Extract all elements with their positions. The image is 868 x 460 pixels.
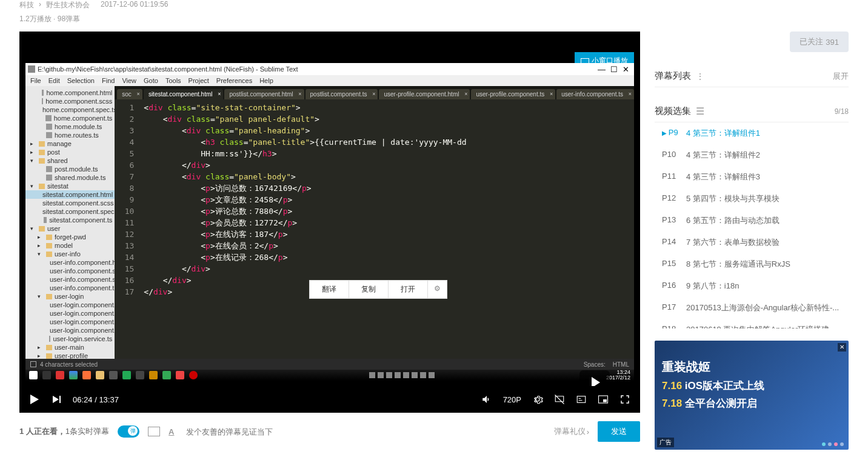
tree-file[interactable]: home.component.ts: [25, 114, 115, 122]
danmaku-switch[interactable]: [118, 425, 139, 438]
editor-tab[interactable]: user-info.component.ts×: [556, 89, 634, 99]
tree-file[interactable]: home.component.scss: [25, 97, 115, 105]
next-button[interactable]: [51, 394, 62, 405]
taskbar-app-icon[interactable]: [109, 371, 118, 379]
tree-folder[interactable]: user-profile: [25, 352, 115, 359]
editor-tab[interactable]: user-profile.component.html×: [379, 89, 470, 99]
tree-file[interactable]: user-login.component.spec.ts: [25, 318, 115, 326]
tree-file[interactable]: home.routes.ts: [25, 131, 115, 139]
tree-file[interactable]: user-info.component.spec.ts: [25, 275, 115, 284]
editor-tab[interactable]: postlist.component.ts×: [305, 89, 378, 99]
tree-file[interactable]: user-login.component.html: [25, 301, 115, 309]
fullscreen-icon[interactable]: [619, 394, 630, 405]
playlist-item[interactable]: P114 第三节：详解组件3: [655, 166, 849, 188]
tree-file[interactable]: sitestat.component.html: [25, 190, 115, 199]
menu-project[interactable]: Project: [189, 77, 209, 84]
tray-icon[interactable]: [412, 372, 418, 378]
tree-file[interactable]: user-login.service.ts: [25, 335, 115, 343]
playlist-item[interactable]: P147 第六节：表单与数据校验: [655, 232, 849, 253]
tree-folder[interactable]: model: [25, 241, 115, 250]
taskbar-app-icon[interactable]: [149, 371, 158, 379]
menu-file[interactable]: File: [30, 77, 41, 84]
advertisement[interactable]: ✕ 重装战姬 7.16 iOS版本正式上线 7.18 全平台公测开启 广告: [655, 341, 849, 450]
tree-file[interactable]: sitestat.component.spec.ts: [25, 207, 115, 216]
follow-button[interactable]: 已关注 391: [790, 32, 849, 52]
firefox-icon[interactable]: [82, 371, 91, 379]
playlist-item[interactable]: P169 第八节：i18n: [655, 275, 849, 297]
tray-icon[interactable]: [378, 372, 384, 378]
minimize-icon[interactable]: —: [598, 65, 606, 74]
video-player[interactable]: 小窗口播放 E:\github-my\NiceFish\src\app\site…: [19, 32, 640, 413]
danmaku-input[interactable]: [182, 424, 545, 440]
tray-icon[interactable]: [420, 372, 426, 378]
playlist-item[interactable]: P125 第四节：模块与共享模块: [655, 188, 849, 210]
taskbar-app-icon[interactable]: [162, 371, 171, 379]
menu-selection[interactable]: Selection: [67, 77, 95, 84]
explorer-icon[interactable]: [96, 371, 104, 379]
tree-folder[interactable]: user-main: [25, 343, 115, 352]
tree-file[interactable]: sitestat.component.scss: [25, 199, 115, 207]
playlist-item[interactable]: P104 第三节：详解组件2: [655, 144, 849, 166]
menu-goto[interactable]: Goto: [144, 77, 158, 84]
volume-icon[interactable]: [481, 394, 492, 405]
quality-button[interactable]: 720P: [503, 395, 521, 404]
file-tree[interactable]: home.component.htmlhome.component.scssho…: [25, 86, 115, 359]
editor-tab[interactable]: soc×: [117, 89, 142, 99]
tree-file[interactable]: home.component.html: [25, 88, 115, 97]
tray-icon[interactable]: [429, 372, 435, 378]
editor-tab[interactable]: user-profile.component.ts×: [471, 89, 555, 99]
taskbar-app-icon[interactable]: [56, 371, 64, 379]
record-icon[interactable]: [189, 371, 198, 379]
menu-preferences[interactable]: Preferences: [216, 77, 252, 84]
tree-file[interactable]: post.module.ts: [25, 165, 115, 173]
tree-file[interactable]: user-login.component.scss: [25, 309, 115, 318]
tray-icon[interactable]: [395, 372, 401, 378]
start-icon[interactable]: [29, 371, 38, 379]
maximize-icon[interactable]: ☐: [610, 65, 618, 74]
subcategory[interactable]: 野生技术协会: [46, 0, 90, 10]
menu-find[interactable]: Find: [102, 77, 115, 84]
danmaku-etiquette-link[interactable]: 弹幕礼仪 ›: [554, 426, 589, 437]
editor-tab[interactable]: sitestat.component.html×: [144, 89, 224, 99]
tree-folder[interactable]: user: [25, 224, 115, 233]
list-view-icon[interactable]: ☰: [696, 105, 704, 117]
play-button[interactable]: [29, 394, 40, 405]
menu-edit[interactable]: Edit: [48, 77, 60, 84]
playlist-item[interactable]: P1820170619 再次集中解答Angular环境搭建: [655, 319, 849, 328]
tree-folder[interactable]: forget-pwd: [25, 233, 115, 241]
tray-icon[interactable]: [403, 372, 409, 378]
tree-folder[interactable]: shared: [25, 156, 115, 165]
tray-icon[interactable]: [369, 372, 375, 378]
tree-file[interactable]: user-info.component.html: [25, 258, 115, 267]
carousel-dot[interactable]: [822, 442, 826, 446]
open-button[interactable]: 打开: [389, 281, 428, 298]
pip-icon[interactable]: [598, 394, 609, 405]
subtitle-icon[interactable]: [576, 394, 587, 405]
translate-button[interactable]: 翻译: [310, 281, 349, 298]
carousel-dot[interactable]: [834, 442, 838, 446]
tree-folder[interactable]: sitestat: [25, 182, 115, 190]
carousel-dot[interactable]: [840, 442, 844, 446]
ad-close-icon[interactable]: ✕: [838, 343, 846, 352]
gear-icon[interactable]: ⚙: [428, 281, 447, 298]
more-icon[interactable]: ⋮: [696, 72, 704, 81]
tree-folder[interactable]: manage: [25, 139, 115, 148]
playlist-item[interactable]: P136 第五节：路由与动态加载: [655, 210, 849, 232]
danmaku-off-icon[interactable]: [554, 394, 565, 405]
tree-file[interactable]: user-login.component.ts: [25, 326, 115, 335]
menu-tools[interactable]: Tools: [165, 77, 181, 84]
tree-file[interactable]: shared.module.ts: [25, 173, 115, 182]
tree-file[interactable]: home.module.ts: [25, 122, 115, 131]
carousel-dot[interactable]: [828, 442, 832, 446]
danmaku-settings-icon[interactable]: [148, 427, 160, 436]
playlist-item[interactable]: P1720170513上海源创会-Angular核心新特性-...: [655, 297, 849, 319]
tree-file[interactable]: user-info.component.ts: [25, 284, 115, 292]
tree-folder[interactable]: user-login: [25, 292, 115, 301]
close-icon[interactable]: ✕: [623, 65, 629, 74]
tree-file[interactable]: home.component.spec.ts: [25, 105, 115, 114]
playlist-item[interactable]: P94 第三节：详解组件1: [655, 122, 849, 144]
tree-folder[interactable]: post: [25, 148, 115, 156]
send-button[interactable]: 发送: [598, 421, 640, 442]
settings-icon[interactable]: [532, 394, 543, 405]
category[interactable]: 科技: [19, 0, 34, 10]
